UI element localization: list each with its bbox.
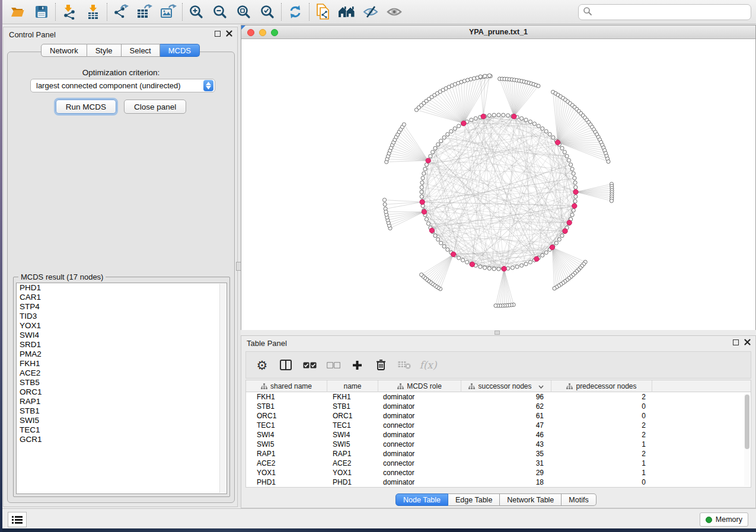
gear-icon[interactable]: ⚙	[254, 356, 270, 374]
network-canvas[interactable]	[241, 39, 755, 330]
export-image-icon[interactable]	[157, 2, 180, 22]
cell-predecessor_nodes[interactable]: 1	[551, 440, 652, 449]
table-scrollbar-thumb[interactable]	[745, 395, 749, 449]
cell-shared_name[interactable]: PHD1	[246, 477, 327, 487]
cell-predecessor_nodes[interactable]: 0	[551, 411, 652, 421]
cell-shared_name[interactable]: TEC1	[246, 421, 327, 430]
mcds-hub-node[interactable]	[451, 252, 455, 257]
zoom-in-icon[interactable]	[184, 2, 208, 22]
mcds-hub-node[interactable]	[420, 200, 425, 204]
houses-icon[interactable]	[335, 2, 359, 22]
tab-select[interactable]: Select	[122, 44, 160, 57]
cell-mcds_role[interactable]: connector	[378, 440, 461, 449]
export-table-icon[interactable]	[133, 2, 157, 22]
mcds-hub-node[interactable]	[426, 158, 430, 163]
mcds-result-item[interactable]: CAR1	[17, 293, 227, 302]
mcds-hub-node[interactable]	[573, 190, 578, 194]
cell-successor_nodes[interactable]: 31	[461, 459, 551, 468]
mcds-hub-node[interactable]	[512, 114, 516, 118]
cell-shared_name[interactable]: SWI5	[246, 440, 327, 449]
cell-name[interactable]: TEC1	[327, 421, 378, 430]
mcds-hub-node[interactable]	[461, 121, 466, 126]
deselect-all-icon[interactable]	[326, 356, 341, 374]
tab-motifs[interactable]: Motifs	[562, 493, 596, 506]
mcds-hub-node[interactable]	[534, 257, 539, 261]
mcds-hub-node[interactable]	[563, 229, 567, 233]
function-builder-icon[interactable]: f(x)	[420, 356, 436, 374]
run-mcds-button[interactable]: Run MCDS	[56, 100, 116, 114]
table-row[interactable]: YOX1YOX1connector291	[246, 468, 751, 477]
zoom-out-icon[interactable]	[208, 2, 232, 22]
cell-successor_nodes[interactable]: 96	[461, 392, 551, 402]
delete-table-icon[interactable]	[397, 356, 412, 374]
mcds-result-item[interactable]: PHD1	[17, 283, 227, 293]
cell-predecessor_nodes[interactable]: 0	[551, 402, 652, 411]
mcds-result-item[interactable]: ACE2	[17, 368, 227, 378]
mcds-hub-node[interactable]	[429, 228, 434, 233]
eye-slash-icon[interactable]	[359, 2, 382, 22]
mcds-hub-node[interactable]	[502, 267, 506, 271]
save-icon[interactable]	[30, 2, 53, 22]
cell-mcds_role[interactable]: dominator	[378, 449, 461, 459]
column-header-predecessor-nodes[interactable]: predecessor nodes	[551, 380, 652, 392]
select-all-icon[interactable]	[302, 356, 317, 374]
mcds-hub-node[interactable]	[481, 114, 486, 118]
cell-shared_name[interactable]: FKH1	[246, 392, 327, 402]
mcds-hub-node[interactable]	[470, 262, 474, 267]
tab-style[interactable]: Style	[87, 44, 122, 57]
cell-predecessor_nodes[interactable]: 2	[551, 430, 652, 440]
column-header-MCDS-role[interactable]: MCDS role	[378, 380, 461, 392]
cell-name[interactable]: YOX1	[327, 468, 378, 477]
refresh-icon[interactable]	[283, 2, 307, 22]
cell-successor_nodes[interactable]: 47	[461, 421, 551, 430]
import-network-icon[interactable]	[58, 2, 81, 22]
delete-column-icon[interactable]	[373, 356, 388, 374]
cell-successor_nodes[interactable]: 35	[461, 449, 551, 459]
cell-predecessor_nodes[interactable]: 2	[551, 392, 652, 402]
close-panel-icon[interactable]	[226, 30, 232, 37]
cell-successor_nodes[interactable]: 62	[461, 402, 551, 411]
mcds-result-item[interactable]: STB5	[17, 378, 227, 387]
table-scrollbar[interactable]	[744, 393, 749, 486]
search-input[interactable]	[592, 7, 751, 18]
table-row[interactable]: SWI5SWI5connector431	[246, 440, 751, 449]
cell-predecessor_nodes[interactable]: 1	[551, 459, 652, 468]
mcds-result-item[interactable]: TID3	[17, 312, 227, 321]
mcds-result-item[interactable]: STP4	[17, 302, 227, 312]
tab-network[interactable]: Network	[41, 44, 87, 57]
cell-predecessor_nodes[interactable]: 2	[551, 421, 652, 430]
close-panel-icon[interactable]	[744, 339, 751, 345]
cell-shared_name[interactable]: RAP1	[246, 449, 327, 459]
eye-icon[interactable]	[382, 2, 406, 22]
search-box[interactable]	[578, 4, 751, 20]
cell-mcds_role[interactable]: connector	[378, 421, 461, 430]
tab-mcds[interactable]: MCDS	[160, 44, 200, 57]
tab-edge-table[interactable]: Edge Table	[448, 493, 500, 506]
cell-predecessor_nodes[interactable]: 1	[551, 468, 652, 477]
mcds-result-item[interactable]: SWI4	[17, 331, 227, 340]
cell-shared_name[interactable]: YOX1	[246, 468, 327, 477]
cell-successor_nodes[interactable]: 61	[461, 411, 551, 421]
cell-name[interactable]: ACE2	[327, 459, 378, 468]
cell-mcds_role[interactable]: connector	[378, 459, 461, 468]
cell-successor_nodes[interactable]: 43	[461, 440, 551, 449]
split-grabber[interactable]	[495, 331, 500, 335]
cell-mcds_role[interactable]: dominator	[378, 477, 461, 487]
mcds-result-item[interactable]: TEC1	[17, 425, 227, 435]
export-network-icon[interactable]	[109, 2, 133, 22]
float-panel-icon[interactable]	[733, 339, 739, 345]
mcds-hub-node[interactable]	[550, 245, 554, 249]
cell-mcds_role[interactable]: dominator	[378, 392, 461, 402]
add-column-icon[interactable]	[349, 356, 365, 374]
cell-name[interactable]: SWI5	[327, 440, 378, 449]
cell-name[interactable]: FKH1	[327, 392, 378, 402]
cell-successor_nodes[interactable]: 46	[461, 430, 551, 440]
table-row[interactable]: RAP1RAP1dominator352	[246, 449, 751, 459]
mcds-list-scrollbar[interactable]	[219, 284, 226, 493]
table-row[interactable]: PHD1PHD1dominator180	[246, 477, 751, 487]
table-row[interactable]: SWI4SWI4dominator462	[246, 430, 751, 440]
memory-button[interactable]: Memory	[700, 512, 748, 527]
table-row[interactable]: TEC1TEC1connector472	[246, 421, 751, 430]
cell-successor_nodes[interactable]: 18	[461, 477, 551, 487]
cell-mcds_role[interactable]: dominator	[378, 430, 461, 440]
